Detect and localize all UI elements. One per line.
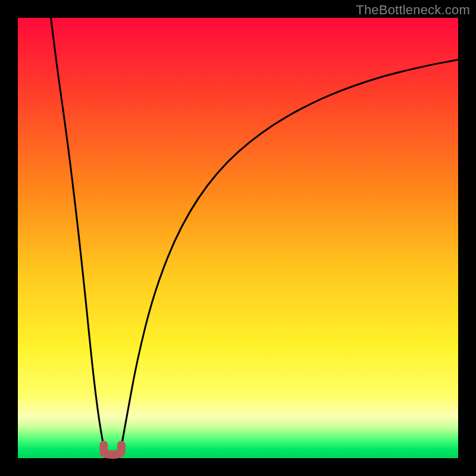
watermark-text: TheBottleneck.com <box>356 2 470 18</box>
green-baseline <box>18 454 458 458</box>
chart-container: { "watermark": "TheBottleneck.com", "cha… <box>0 0 476 476</box>
bottleneck-curve-chart <box>0 0 476 476</box>
gradient-plot-area <box>18 18 458 458</box>
